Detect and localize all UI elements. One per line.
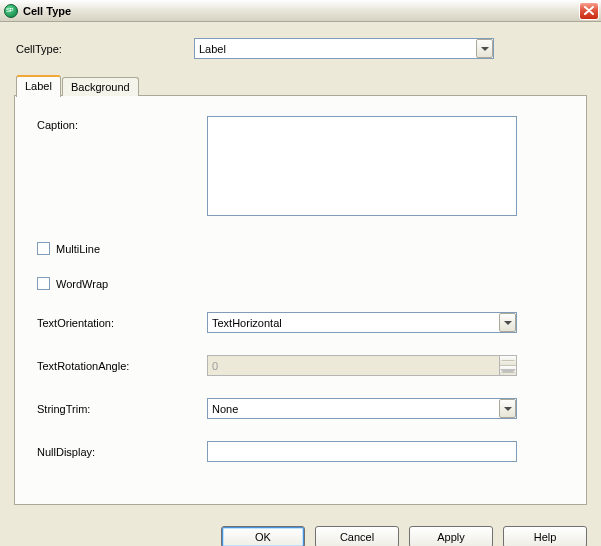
button-bar: OK Cancel Apply Help — [0, 516, 601, 546]
cancel-button[interactable]: Cancel — [315, 526, 399, 546]
spin-up-button — [500, 356, 516, 366]
multiline-row: MultiLine — [37, 242, 564, 255]
stringtrim-row: StringTrim: — [37, 398, 564, 419]
caption-row: Caption: — [37, 116, 564, 216]
window-title: Cell Type — [23, 5, 71, 17]
textrotationangle-spinner — [207, 355, 517, 376]
titlebar: Cell Type — [0, 0, 601, 22]
textorientation-row: TextOrientation: — [37, 312, 564, 333]
celltype-label: CellType: — [14, 43, 194, 55]
tab-strip: Label Background — [16, 75, 587, 96]
textorientation-select-wrap[interactable] — [207, 312, 517, 333]
textrotationangle-label: TextRotationAngle: — [37, 360, 207, 372]
textorientation-label: TextOrientation: — [37, 317, 207, 329]
nulldisplay-row: NullDisplay: — [37, 441, 564, 462]
textrotationangle-input — [207, 355, 500, 376]
tab-panel: Caption: MultiLine WordWrap TextOrientat… — [14, 95, 587, 505]
app-icon — [4, 4, 18, 18]
caption-input[interactable] — [207, 116, 517, 216]
tab-background[interactable]: Background — [62, 77, 139, 96]
help-button[interactable]: Help — [503, 526, 587, 546]
spin-down-button — [500, 366, 516, 375]
multiline-checkbox[interactable] — [37, 242, 50, 255]
chevron-up-icon — [500, 360, 516, 361]
stringtrim-label: StringTrim: — [37, 403, 207, 415]
wordwrap-label: WordWrap — [56, 278, 108, 290]
close-icon — [584, 6, 594, 15]
caption-label: Caption: — [37, 116, 207, 131]
chevron-down-icon — [500, 369, 516, 373]
multiline-label: MultiLine — [56, 243, 100, 255]
apply-button[interactable]: Apply — [409, 526, 493, 546]
wordwrap-row: WordWrap — [37, 277, 564, 290]
celltype-row: CellType: — [14, 38, 587, 59]
spinner-buttons — [500, 355, 517, 376]
close-button[interactable] — [579, 2, 599, 20]
tab-label[interactable]: Label — [16, 75, 61, 97]
stringtrim-select[interactable] — [207, 398, 517, 419]
celltype-select[interactable] — [194, 38, 494, 59]
textorientation-select[interactable] — [207, 312, 517, 333]
celltype-select-wrap[interactable] — [194, 38, 494, 59]
wordwrap-checkbox[interactable] — [37, 277, 50, 290]
nulldisplay-label: NullDisplay: — [37, 446, 207, 458]
ok-button[interactable]: OK — [221, 526, 305, 546]
nulldisplay-input[interactable] — [207, 441, 517, 462]
textrotationangle-row: TextRotationAngle: — [37, 355, 564, 376]
stringtrim-select-wrap[interactable] — [207, 398, 517, 419]
